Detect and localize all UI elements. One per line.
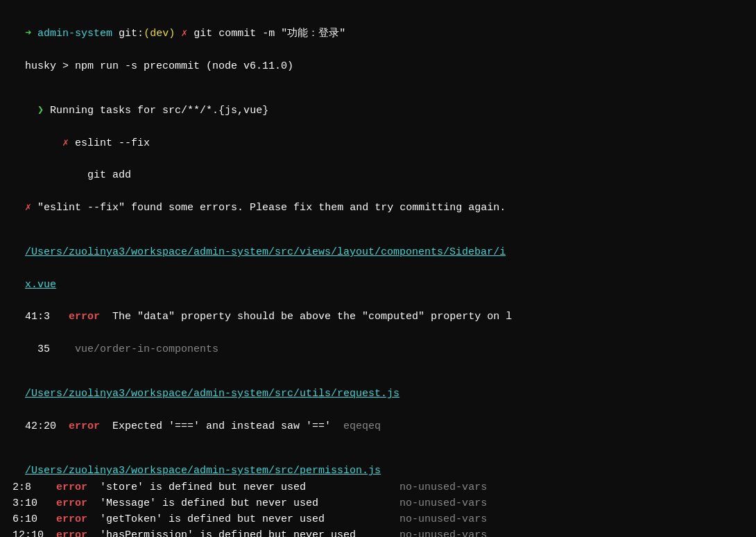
blank-4 xyxy=(12,434,744,447)
blank-2 xyxy=(12,216,744,228)
file1-path-line2: x.vue xyxy=(12,261,744,293)
file2-path-line: /Users/zuolinya3/workspace/admin-system/… xyxy=(12,370,744,402)
terminal-line-1: ➜ admin-system git:(dev) ✗ git commit -m… xyxy=(12,10,744,42)
file3-loc: 6:10 xyxy=(12,513,56,525)
husky-line: husky > npm run -s precommit (node v6.11… xyxy=(25,60,293,72)
prompt-cross: ✗ xyxy=(175,28,194,40)
cross-icon-1: ✗ xyxy=(62,137,75,149)
file3-error-label: error xyxy=(56,481,87,493)
file1-rule-indent: 35 xyxy=(25,343,75,355)
file2-link: /Users/zuolinya3/workspace/admin-system/… xyxy=(25,388,400,400)
file3-error-msg: 'hasPermission' is defined but never use… xyxy=(87,529,400,537)
file3-error-row: 12:10 error 'hasPermission' is defined b… xyxy=(12,527,744,537)
file1-link: /Users/zuolinya3/workspace/admin-system/… xyxy=(25,246,506,258)
prompt-git-label: git: xyxy=(119,28,144,40)
prompt-branch: (dev) xyxy=(144,28,175,40)
terminal-eslint-error-line: ✗ "eslint --fix" found some errors. Plea… xyxy=(12,184,744,216)
running-text: Running tasks for src/**/*.{js,vue} xyxy=(50,105,268,117)
prompt-cmd: git commit -m "功能：登录" xyxy=(194,28,345,40)
file3-rule: no-unused-vars xyxy=(400,497,487,509)
file3-path-line: /Users/zuolinya3/workspace/admin-system/… xyxy=(12,447,744,479)
file1-error-row: 41:3 error The "data" property should be… xyxy=(12,293,744,325)
file2-loc: 42:20 xyxy=(25,420,69,432)
terminal-running-line: ❯ Running tasks for src/**/*.{js,vue} xyxy=(12,87,744,119)
file3-error-row: 3:10 error 'Message' is defined but neve… xyxy=(12,495,744,511)
prompt-arrow: ➜ xyxy=(25,28,37,40)
file3-loc: 2:8 xyxy=(12,481,56,493)
cross-icon-2: ✗ xyxy=(25,202,37,214)
file1-path-line: /Users/zuolinya3/workspace/admin-system/… xyxy=(12,228,744,261)
indent-2 xyxy=(25,137,62,149)
blank-1 xyxy=(12,74,744,87)
file2-error-msg: Expected '===' and instead saw '==' xyxy=(100,420,343,432)
file3-error-label: error xyxy=(56,529,87,537)
file1-error-label: error xyxy=(69,311,100,323)
indent-3 xyxy=(25,169,87,181)
terminal-line-2: husky > npm run -s precommit (node v6.11… xyxy=(12,42,744,75)
file3-link: /Users/zuolinya3/workspace/admin-system/… xyxy=(25,465,381,477)
file3-error-rows: 2:8 error 'store' is defined but never u… xyxy=(12,479,744,538)
blank-3 xyxy=(12,357,744,370)
file3-loc: 3:10 xyxy=(12,497,56,509)
terminal-git-add-line: git add xyxy=(12,151,744,184)
file3-error-row: 2:8 error 'store' is defined but never u… xyxy=(12,479,744,495)
file1-error-rule-row: 35 vue/order-in-components xyxy=(12,325,744,358)
git-add-label: git add xyxy=(87,169,131,181)
file2-error-row: 42:20 error Expected '===' and instead s… xyxy=(12,402,744,435)
file3-error-msg: 'getToken' is defined but never used xyxy=(87,513,400,525)
prompt-space xyxy=(112,28,119,40)
file3-rule: no-unused-vars xyxy=(400,529,487,537)
eslint-fix-label: eslint --fix xyxy=(75,137,150,149)
file3-error-row: 6:10 error 'getToken' is defined but nev… xyxy=(12,511,744,527)
file3-error-label: error xyxy=(56,513,87,525)
file2-rule: eqeqeq xyxy=(343,420,381,432)
terminal-eslint-fix-line: ✗ eslint --fix xyxy=(12,119,744,152)
file3-error-msg: 'Message' is defined but never used xyxy=(87,497,400,509)
prompt-dir: admin-system xyxy=(37,28,112,40)
file3-error-label: error xyxy=(56,497,87,509)
file1-error-msg: The "data" property should be above the … xyxy=(100,311,512,323)
file3-error-msg: 'store' is defined but never used xyxy=(87,481,400,493)
file3-loc: 12:10 xyxy=(12,529,56,537)
eslint-error-msg: "eslint --fix" found some errors. Please… xyxy=(37,202,506,214)
file1-loc: 41:3 xyxy=(25,311,69,323)
file2-error-label: error xyxy=(69,420,100,432)
file1-link2: x.vue xyxy=(25,279,56,291)
running-chevron: ❯ xyxy=(37,105,50,117)
file3-rule: no-unused-vars xyxy=(400,481,487,493)
indent-1 xyxy=(25,105,37,117)
file3-rule: no-unused-vars xyxy=(400,513,487,525)
file1-rule: vue/order-in-components xyxy=(75,343,218,355)
